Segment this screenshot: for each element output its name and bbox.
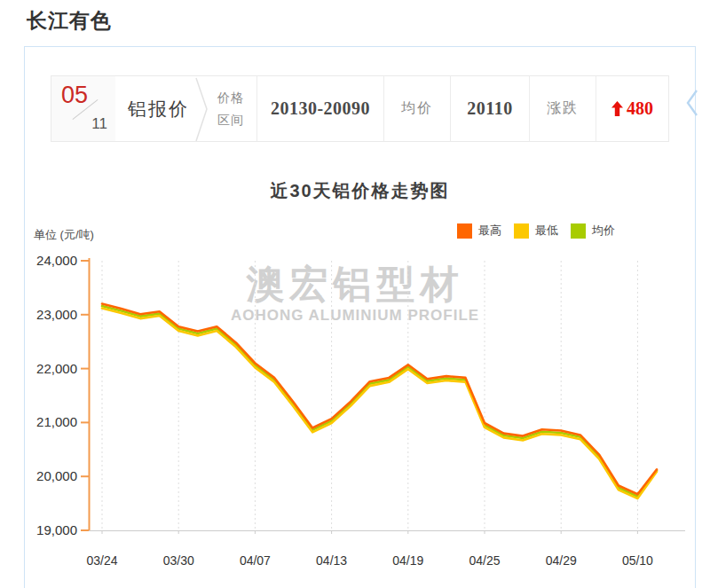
chart-legend: 最高最低均价 — [457, 223, 615, 239]
legend-swatch-icon — [514, 223, 529, 239]
x-tick-label: 04/13 — [316, 553, 347, 568]
y-tick-label: 23,000 — [36, 307, 77, 322]
axis-unit-label: 单位 (元/吨) — [34, 227, 94, 243]
legend-swatch-icon — [571, 223, 586, 239]
legend-label: 均价 — [592, 223, 615, 239]
legend-item: 最低 — [514, 223, 558, 239]
x-tick-label: 04/25 — [469, 553, 500, 568]
x-tick-label: 04/07 — [240, 553, 271, 568]
x-tick-label: 03/30 — [163, 553, 194, 568]
y-tick-label: 21,000 — [36, 414, 77, 429]
series-line-均价 — [102, 306, 657, 497]
chevron-left-icon[interactable] — [685, 89, 699, 117]
x-tick-label: 04/29 — [546, 553, 577, 568]
legend-label: 最低 — [535, 223, 558, 239]
chart-title: 近30天铝价格走势图 — [24, 179, 696, 203]
price-trend-chart: 03/2403/3004/0704/1304/1904/2504/2905/10… — [0, 0, 710, 588]
y-tick-label: 22,000 — [36, 361, 77, 376]
series-line-最低 — [102, 309, 657, 499]
legend-item: 均价 — [571, 223, 615, 239]
legend-label: 最高 — [478, 223, 501, 239]
x-tick-label: 03/24 — [86, 553, 117, 568]
legend-item: 最高 — [457, 223, 501, 239]
y-tick-label: 24,000 — [36, 253, 77, 268]
legend-swatch-icon — [457, 223, 472, 239]
x-tick-label: 04/19 — [392, 553, 423, 568]
y-tick-label: 20,000 — [36, 468, 77, 483]
y-tick-label: 19,000 — [36, 522, 77, 537]
x-tick-label: 05/10 — [622, 553, 653, 568]
